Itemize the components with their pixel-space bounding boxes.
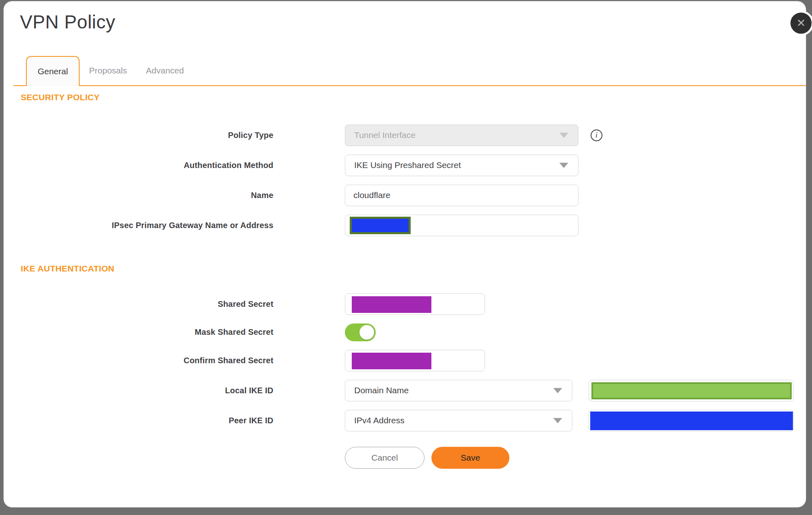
chevron-down-icon (553, 418, 562, 423)
cancel-button[interactable]: Cancel (345, 447, 424, 469)
tab-bar: General Proposals Advanced (13, 56, 806, 86)
field-row-name: Name (20, 185, 806, 206)
tab-general[interactable]: General (26, 56, 80, 86)
field-row-mask-shared-secret: Mask Shared Secret (20, 323, 806, 341)
close-button[interactable]: ✕ (788, 11, 812, 36)
gateway-input[interactable] (345, 215, 578, 236)
shared-secret-input[interactable] (345, 293, 485, 315)
field-row-gateway: IPsec Primary Gateway Name or Address (20, 215, 806, 236)
section-heading-security-policy: SECURITY POLICY (21, 93, 806, 102)
policy-type-select: Tunnel Interface (345, 125, 578, 146)
peer-ike-id-type-value: IPv4 Address (354, 416, 405, 425)
confirm-shared-secret-input[interactable] (345, 350, 485, 371)
field-row-auth-method: Authentication Method IKE Using Preshare… (20, 155, 806, 176)
shared-secret-label: Shared Secret (20, 300, 273, 309)
local-ike-id-select[interactable]: Domain Name (345, 380, 572, 401)
tab-advanced[interactable]: Advanced (136, 56, 193, 85)
peer-ike-id-value-input[interactable] (589, 410, 794, 431)
peer-ike-id-redacted-value (590, 412, 793, 430)
local-ike-id-type-value: Domain Name (354, 386, 409, 395)
chevron-down-icon (559, 133, 568, 138)
name-input[interactable] (345, 185, 578, 206)
policy-type-label: Policy Type (20, 131, 273, 140)
local-ike-id-redacted-value (591, 382, 792, 399)
field-row-confirm-shared-secret: Confirm Shared Secret (20, 350, 806, 371)
ike-authentication-form: Shared Secret Mask Shared Secret Confirm… (20, 293, 806, 469)
name-label: Name (20, 191, 273, 200)
section-heading-ike-authentication: IKE AUTHENTICATION (21, 264, 806, 274)
vpn-policy-dialog: VPN Policy General Proposals Advanced SE… (3, 1, 806, 508)
gateway-redacted-value (350, 217, 411, 234)
peer-ike-id-select[interactable]: IPv4 Address (345, 410, 572, 431)
field-row-shared-secret: Shared Secret (20, 293, 806, 315)
peer-ike-id-label: Peer IKE ID (20, 416, 273, 425)
auth-method-select[interactable]: IKE Using Preshared Secret (345, 155, 578, 176)
dialog-title: VPN Policy (20, 12, 806, 32)
policy-type-value: Tunnel Interface (354, 130, 416, 140)
shared-secret-redacted-value (352, 296, 431, 313)
tab-panel-general: SECURITY POLICY Policy Type Tunnel Inter… (4, 93, 806, 469)
confirm-shared-secret-redacted-value (352, 353, 431, 369)
local-ike-id-value-input[interactable] (589, 380, 794, 401)
mask-shared-secret-label: Mask Shared Secret (20, 328, 273, 337)
auth-method-label: Authentication Method (20, 161, 273, 170)
save-button[interactable]: Save (431, 447, 509, 469)
tab-proposals[interactable]: Proposals (80, 56, 136, 85)
confirm-shared-secret-label: Confirm Shared Secret (20, 356, 273, 365)
auth-method-value: IKE Using Preshared Secret (354, 160, 461, 170)
security-policy-form: Policy Type Tunnel Interface i Authentic… (20, 125, 806, 236)
local-ike-id-label: Local IKE ID (20, 386, 273, 395)
chevron-down-icon (559, 163, 568, 168)
close-icon: ✕ (797, 18, 806, 29)
chevron-down-icon (553, 388, 562, 393)
info-icon[interactable]: i (591, 129, 602, 141)
dialog-actions: Cancel Save (345, 447, 806, 469)
field-row-peer-ike-id: Peer IKE ID IPv4 Address (20, 410, 806, 431)
mask-shared-secret-toggle[interactable] (345, 323, 376, 341)
field-row-local-ike-id: Local IKE ID Domain Name (20, 380, 806, 401)
toggle-knob (359, 325, 374, 340)
gateway-label: IPsec Primary Gateway Name or Address (20, 221, 273, 230)
field-row-policy-type: Policy Type Tunnel Interface i (20, 125, 806, 146)
